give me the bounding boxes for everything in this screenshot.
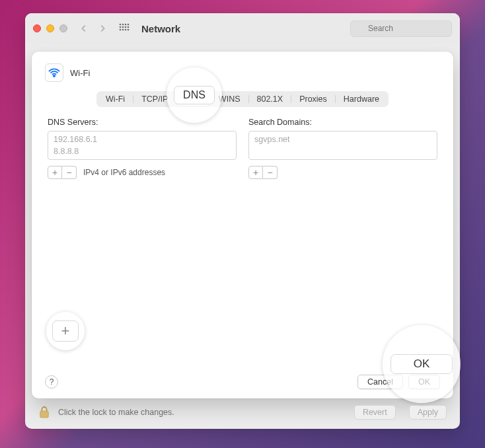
list-item[interactable]: sgvps.net bbox=[254, 133, 431, 145]
list-item[interactable]: 8.8.8.8 bbox=[54, 145, 231, 157]
dns-servers-label: DNS Servers: bbox=[48, 118, 237, 127]
titlebar: Network bbox=[25, 13, 460, 44]
wifi-icon bbox=[45, 63, 63, 82]
tab-tcpip[interactable]: TCP/IP bbox=[133, 93, 176, 106]
minimize-window-button[interactable] bbox=[46, 24, 54, 32]
window-bottom-bar: Click the lock to make changes. Revert A… bbox=[38, 405, 447, 420]
domain-remove-button[interactable]: − bbox=[263, 166, 278, 179]
svg-point-7 bbox=[128, 26, 130, 28]
nav-back-icon[interactable] bbox=[79, 24, 89, 33]
tab-hardware[interactable]: Hardware bbox=[336, 93, 387, 106]
search-domains-list[interactable]: sgvps.net bbox=[248, 131, 437, 160]
show-all-icon[interactable] bbox=[119, 23, 130, 34]
revert-button[interactable]: Revert bbox=[354, 405, 396, 420]
svg-point-2 bbox=[125, 24, 127, 26]
help-button[interactable]: ? bbox=[45, 375, 58, 389]
tab-wins[interactable]: WINS bbox=[211, 93, 248, 106]
list-item[interactable]: 192.168.6.1 bbox=[54, 133, 231, 145]
zoom-window-button bbox=[59, 24, 67, 32]
ok-button[interactable]: OK bbox=[408, 375, 440, 389]
dns-add-button[interactable]: + bbox=[48, 166, 62, 179]
svg-point-9 bbox=[122, 29, 124, 31]
network-advanced-sheet: Wi-Fi Wi-Fi TCP/IP DNS WINS 802.1X Proxi… bbox=[32, 52, 453, 398]
tab-8021x[interactable]: 802.1X bbox=[249, 93, 291, 106]
svg-point-5 bbox=[122, 26, 124, 28]
system-preferences-window: Network Wi-Fi Wi-Fi TCP/IP bbox=[25, 13, 460, 429]
svg-point-4 bbox=[120, 26, 122, 28]
traffic-lights bbox=[33, 24, 67, 32]
nav-arrows bbox=[79, 24, 107, 33]
lock-icon[interactable] bbox=[38, 406, 50, 419]
svg-point-0 bbox=[120, 24, 122, 26]
search-domains-label: Search Domains: bbox=[248, 118, 437, 127]
svg-point-8 bbox=[120, 29, 122, 31]
tab-dns[interactable]: DNS bbox=[176, 93, 209, 106]
domain-add-button[interactable]: + bbox=[248, 166, 263, 179]
svg-point-3 bbox=[128, 24, 130, 26]
window-title: Network bbox=[141, 23, 180, 34]
search-input[interactable] bbox=[350, 20, 452, 37]
tab-proxies[interactable]: Proxies bbox=[291, 93, 335, 106]
svg-point-13 bbox=[54, 75, 55, 77]
interface-name: Wi-Fi bbox=[70, 68, 90, 78]
dns-servers-list[interactable]: 192.168.6.1 8.8.8.8 bbox=[48, 131, 237, 160]
apply-button[interactable]: Apply bbox=[409, 405, 447, 420]
svg-point-11 bbox=[128, 29, 130, 31]
dns-hint-text: IPv4 or IPv6 addresses bbox=[83, 168, 165, 177]
svg-point-1 bbox=[122, 24, 124, 26]
svg-point-10 bbox=[125, 29, 127, 31]
svg-rect-14 bbox=[40, 411, 49, 418]
cancel-button[interactable]: Cancel bbox=[357, 375, 403, 389]
tab-wifi[interactable]: Wi-Fi bbox=[98, 93, 133, 106]
tab-bar: Wi-Fi TCP/IP DNS WINS 802.1X Proxies Har… bbox=[96, 91, 389, 107]
lock-hint-text: Click the lock to make changes. bbox=[58, 408, 174, 417]
dns-remove-button[interactable]: − bbox=[62, 166, 77, 179]
nav-forward-icon[interactable] bbox=[98, 24, 107, 33]
svg-point-6 bbox=[125, 26, 127, 28]
close-window-button[interactable] bbox=[33, 24, 41, 32]
